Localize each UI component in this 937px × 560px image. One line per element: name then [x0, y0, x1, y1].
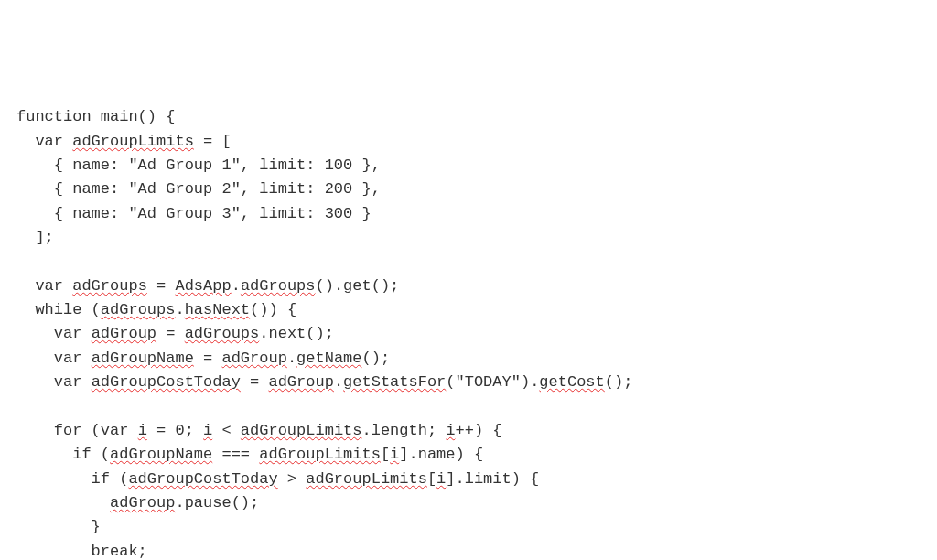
code-line: adGroup.pause(); — [16, 491, 921, 515]
code-text: var — [16, 277, 72, 295]
code-text: ()) { — [250, 301, 296, 318]
spellcheck-token: getName — [296, 350, 361, 367]
code-line: var adGroupCostToday = adGroup.getStatsF… — [16, 371, 921, 394]
code-line: { name: "Ad Group 1", limit: 100 }, — [16, 154, 921, 178]
code-text: } — [16, 518, 101, 535]
spellcheck-token: adGroup — [92, 325, 156, 342]
code-text: (); — [362, 350, 391, 367]
code-text: === — [212, 446, 259, 463]
code-line — [16, 250, 921, 274]
code-line: for (var i = 0; i < adGroupLimits.length… — [16, 419, 921, 443]
spellcheck-token: adGroups — [101, 301, 176, 318]
code-text: while ( — [16, 301, 101, 318]
code-text: [ — [427, 470, 436, 488]
code-text: = — [194, 350, 222, 367]
code-text: break; — [16, 543, 147, 560]
code-text: (); — [605, 373, 633, 391]
spellcheck-token: getStatsFor — [343, 373, 446, 391]
spellcheck-token: i — [390, 446, 399, 463]
spellcheck-token: adGroupLimits — [259, 446, 381, 463]
spellcheck-token: adGroupLimits — [72, 133, 194, 150]
spellcheck-token: adGroups — [185, 325, 260, 342]
code-text: { name: "Ad Group 1", limit: 100 }, — [16, 156, 381, 174]
spellcheck-token: i — [203, 422, 212, 439]
spellcheck-token: adGroup — [268, 373, 333, 391]
spellcheck-token: i — [436, 470, 446, 488]
code-text: . — [232, 277, 241, 295]
code-text: var — [16, 325, 92, 342]
spellcheck-token: i — [138, 422, 147, 439]
code-text: = — [241, 373, 269, 391]
spellcheck-token: adGroupName — [110, 446, 212, 463]
code-line: while (adGroups.hasNext()) { — [16, 298, 921, 322]
code-line — [16, 395, 921, 419]
code-text: var — [16, 373, 92, 391]
code-line: if (adGroupCostToday > adGroupLimits[i].… — [16, 468, 921, 491]
code-text: .next(); — [259, 325, 334, 342]
code-text: > — [278, 470, 307, 488]
code-line: { name: "Ad Group 3", limit: 300 } — [16, 202, 921, 226]
code-text: ("TODAY"). — [446, 373, 539, 391]
code-text: if ( — [16, 446, 110, 463]
code-text: ().get(); — [316, 277, 400, 295]
spellcheck-token: getCost — [539, 373, 604, 391]
code-text: { name: "Ad Group 3", limit: 300 } — [16, 205, 372, 222]
spellcheck-token: adGroupLimits — [241, 422, 362, 439]
code-text — [16, 494, 110, 512]
code-text: var — [16, 133, 72, 150]
code-text: = — [147, 277, 176, 295]
code-text: ++) { — [456, 422, 502, 439]
code-line: var adGroups = AdsApp.adGroups().get(); — [16, 275, 921, 298]
spellcheck-token: adGroup — [110, 494, 175, 512]
code-text: = 0; — [147, 422, 203, 439]
code-text: ].name) { — [399, 446, 483, 463]
code-text: < — [212, 422, 241, 439]
spellcheck-token: AdsApp — [175, 277, 231, 295]
spellcheck-token: adGroups — [72, 277, 147, 295]
code-text: { name: "Ad Group 2", limit: 200 }, — [16, 180, 381, 198]
code-text: . — [287, 350, 296, 367]
code-text: var — [16, 350, 92, 367]
code-text: if ( — [16, 470, 128, 488]
code-text: = [ — [194, 133, 232, 150]
code-line: break; — [16, 540, 921, 560]
code-text: .pause(); — [175, 494, 259, 512]
code-text: . — [334, 373, 343, 391]
spellcheck-token: i — [446, 422, 455, 439]
spellcheck-token: hasNext — [185, 301, 250, 318]
code-line: var adGroup = adGroups.next(); — [16, 322, 921, 346]
spellcheck-token: adGroupCostToday — [92, 373, 241, 391]
spellcheck-token: adGroups — [241, 277, 316, 295]
code-line: function main() { — [16, 105, 921, 129]
spellcheck-token: adGroupLimits — [306, 470, 427, 488]
code-text: ].limit) { — [446, 470, 539, 488]
spellcheck-token: adGroupName — [92, 350, 194, 367]
code-line: ]; — [16, 226, 921, 250]
code-text: = — [156, 325, 185, 342]
code-text: for (var — [16, 422, 138, 439]
code-text: .length; — [361, 422, 446, 439]
code-line: var adGroupLimits = [ — [16, 130, 921, 154]
code-text: ]; — [16, 229, 54, 246]
code-line: if (adGroupName === adGroupLimits[i].nam… — [16, 443, 921, 467]
spellcheck-token: adGroupCostToday — [128, 470, 277, 488]
code-text: [ — [381, 446, 390, 463]
code-line: } — [16, 515, 921, 539]
code-block: function main() { var adGroupLimits = [ … — [16, 105, 921, 560]
spellcheck-token: adGroup — [221, 350, 286, 367]
code-text: function main() { — [16, 108, 175, 125]
code-line: var adGroupName = adGroup.getName(); — [16, 347, 921, 371]
code-text: . — [175, 301, 184, 318]
code-line: { name: "Ad Group 2", limit: 200 }, — [16, 178, 921, 201]
